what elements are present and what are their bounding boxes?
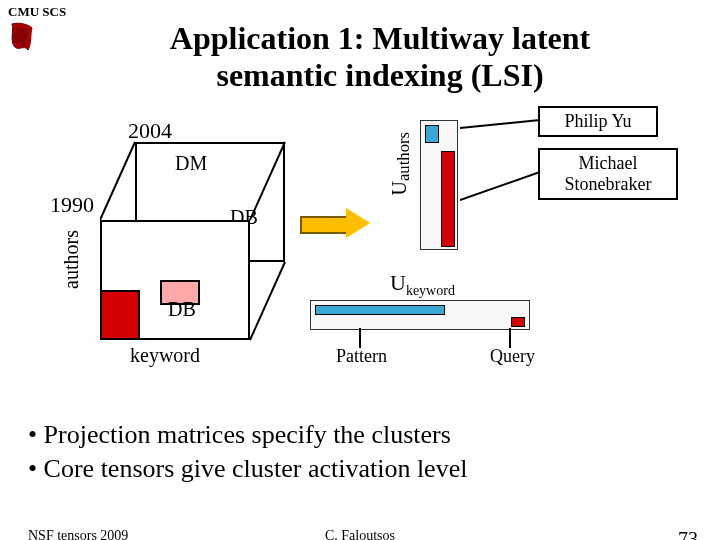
header-left: CMU SCS xyxy=(8,4,66,60)
u-keyword-prefix: U xyxy=(390,270,406,295)
org-label: CMU SCS xyxy=(8,4,66,20)
cmu-logo-icon xyxy=(8,22,36,56)
u-authors-chart xyxy=(420,120,458,250)
title-line2: semantic indexing (LSI) xyxy=(216,57,543,93)
bullet-list: Projection matrices specify the clusters… xyxy=(28,418,467,486)
svg-line-4 xyxy=(460,172,540,200)
u-keyword-sub: keyword xyxy=(406,283,455,298)
diagram-area: 2004 DM DB 1990 DB authors keyword Uauth… xyxy=(0,110,720,410)
callout-philip-text: Philip Yu xyxy=(565,111,632,131)
bullet-2: Core tensors give cluster activation lev… xyxy=(28,452,467,486)
svg-line-2 xyxy=(250,262,285,340)
callout-philip-yu: Philip Yu xyxy=(538,106,658,137)
callout-michael-l2: Stonebraker xyxy=(565,174,652,194)
footer-center: C. Faloutsos xyxy=(0,528,720,540)
kw-query-label: Query xyxy=(490,346,535,367)
title-line1: Application 1: Multiway latent xyxy=(170,20,590,56)
u-authors-bar-2 xyxy=(441,151,455,247)
year-1990-label: 1990 xyxy=(50,192,94,218)
svg-line-1 xyxy=(250,142,285,220)
callout-line-2-icon xyxy=(460,168,542,208)
u-keyword-chart xyxy=(310,300,530,330)
u-authors-axis-rot: Uauthors xyxy=(388,132,414,196)
bullet-1: Projection matrices specify the clusters xyxy=(28,418,467,452)
page-title: Application 1: Multiway latent semantic … xyxy=(80,20,680,94)
kw-pattern-label: Pattern xyxy=(336,346,387,367)
svg-line-3 xyxy=(460,120,540,128)
u-keyword-label: Ukeyword xyxy=(390,270,455,299)
u-keyword-bar-2 xyxy=(511,317,525,327)
callout-michael-l1: Michael xyxy=(579,153,638,173)
topic-db-front-label: DB xyxy=(168,298,196,321)
u-authors-prefix: U xyxy=(388,181,410,195)
callout-line-icon xyxy=(460,116,542,136)
u-keyword-bar-1 xyxy=(315,305,445,315)
u-authors-sub: authors xyxy=(394,132,413,181)
svg-line-0 xyxy=(100,142,135,220)
u-authors-bar-1 xyxy=(425,125,439,143)
axis-keyword-label: keyword xyxy=(130,344,200,367)
callout-stonebraker: Michael Stonebraker xyxy=(538,148,678,200)
cube-1990-red-block xyxy=(100,290,140,340)
footer-page: 73 xyxy=(678,528,698,540)
axis-authors-label: authors xyxy=(60,230,83,289)
arrow-right-icon xyxy=(300,210,370,236)
